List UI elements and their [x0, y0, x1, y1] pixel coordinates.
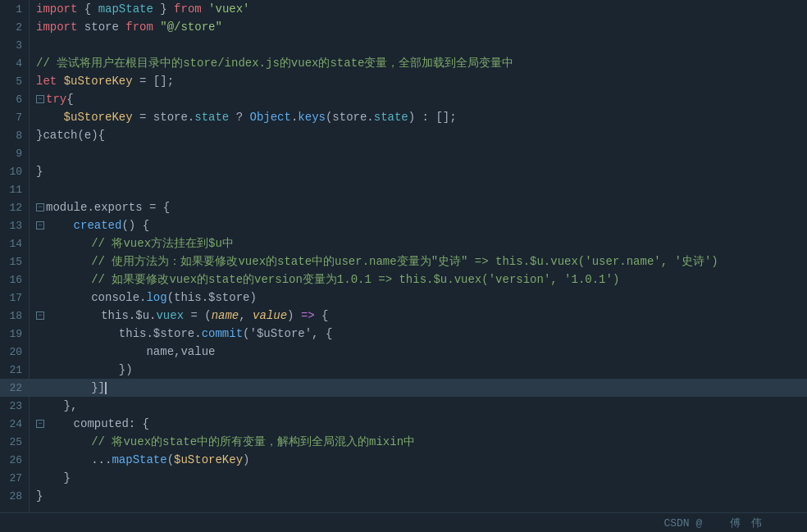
fold-indicator[interactable]: − — [36, 311, 44, 320]
token-plain — [36, 271, 91, 289]
fold-indicator[interactable]: − — [36, 203, 44, 211]
code-line: ...mapState($uStoreKey) — [30, 451, 807, 469]
code-content[interactable]: import { mapState } from 'vuex'import st… — [30, 0, 807, 512]
token-plain: () { — [121, 216, 149, 234]
token-fn: commit — [202, 325, 243, 343]
token-str: 'vuex' — [208, 0, 249, 18]
code-line: import store from "@/store" — [30, 18, 807, 36]
code-line: − this.$u.vuex = (name, value) => { — [30, 307, 807, 325]
token-plain — [36, 252, 91, 271]
token-plain — [119, 18, 125, 36]
token-plain: { — [66, 90, 73, 108]
footer-text: CSDN @ 傅 伟 — [663, 516, 794, 530]
token-str: "@/store" — [160, 18, 222, 36]
line-number: 27 — [0, 469, 29, 487]
token-plain: }, — [36, 397, 77, 415]
code-line: }) — [30, 361, 807, 379]
code-line: −try{ — [30, 90, 807, 108]
token-plain: }] — [36, 379, 105, 397]
token-plain: computed: { — [74, 415, 149, 433]
token-plain: = — [133, 108, 153, 126]
code-line: // 使用方法为：如果要修改vuex的state中的user.name变量为"史… — [30, 252, 807, 271]
token-plain: store. — [153, 108, 194, 126]
line-number: 1 — [0, 0, 29, 18]
token-plain: store. — [332, 108, 373, 126]
token-fn: created — [74, 216, 122, 234]
line-numbers: 1234567891011121314151617181920212223242… — [0, 0, 30, 512]
fold-indicator[interactable]: − — [36, 420, 44, 428]
code-line: // 尝试将用户在根目录中的store/index.js的vuex的state变… — [30, 54, 807, 72]
code-line — [30, 180, 807, 198]
token-plain: ( — [326, 108, 332, 126]
token-plain: . — [291, 108, 298, 126]
code-line: }catch(e){ — [30, 126, 807, 144]
line-number: 7 — [0, 108, 29, 126]
token-plain: ('$uStore', { — [243, 325, 332, 343]
line-number: 8 — [0, 126, 29, 144]
token-plain — [36, 234, 91, 252]
line-number: 22 — [0, 379, 29, 397]
line-number: 18 — [0, 307, 29, 325]
line-number: 24 — [0, 415, 29, 433]
line-number: 2 — [0, 18, 29, 36]
token-plain: { — [315, 307, 329, 325]
token-plain: ( — [167, 451, 174, 469]
token-plain — [57, 72, 63, 90]
token-plain — [36, 325, 119, 343]
token-plain: module.exports = { — [46, 198, 170, 216]
code-line: // 如果要修改vuex的state的version变量为1.0.1 => th… — [30, 271, 807, 289]
line-number: 13 — [0, 216, 29, 234]
token-cm-cn: // 如果要修改vuex的state的version变量为1.0.1 => th… — [91, 271, 619, 289]
token-plain: this.$store. — [119, 325, 202, 343]
line-number: 28 — [0, 487, 29, 505]
token-plain: console. — [91, 289, 146, 307]
code-line: // 将vuex方法挂在到$u中 — [30, 234, 807, 252]
token-plain — [46, 307, 101, 325]
token-plain — [36, 433, 91, 451]
code-line: −module.exports = { — [30, 198, 807, 216]
fold-indicator[interactable]: − — [36, 95, 44, 103]
token-fn: Object — [250, 108, 291, 126]
line-number: 15 — [0, 252, 29, 271]
token-plain: } — [36, 487, 43, 505]
token-plain — [36, 108, 64, 126]
cursor — [105, 382, 107, 394]
code-line: } — [30, 487, 807, 505]
line-number: 20 — [0, 343, 29, 361]
code-line: − computed: { — [30, 415, 807, 433]
token-prop: mapState — [98, 0, 153, 18]
token-kw: let — [36, 72, 57, 90]
code-line: import { mapState } from 'vuex' — [30, 0, 807, 18]
token-plain: ) : []; — [408, 108, 457, 126]
token-plain: = ( — [184, 307, 212, 325]
code-line: // 将vuex的state中的所有变量，解构到全局混入的mixin中 — [30, 433, 807, 451]
token-plain: } — [36, 469, 71, 487]
token-plain: } — [153, 0, 174, 18]
code-line: $uStoreKey = store.state ? Object.keys(s… — [30, 108, 807, 126]
token-var: $uStoreKey — [64, 108, 133, 126]
code-line: }] — [30, 379, 807, 397]
code-line: console.log(this.$store) — [30, 289, 807, 307]
token-fn: mapState — [112, 451, 166, 469]
token-param: name — [212, 307, 239, 325]
line-number: 21 — [0, 361, 29, 379]
token-cm-cn: // 将vuex方法挂在到$u中 — [91, 234, 234, 252]
token-var: $uStoreKey — [174, 451, 243, 469]
token-plain — [36, 361, 119, 379]
fold-indicator[interactable]: − — [36, 221, 44, 230]
token-kw: from — [125, 18, 153, 36]
token-plain: } — [36, 162, 43, 180]
token-fn: log — [146, 289, 166, 307]
line-number: 3 — [0, 36, 29, 54]
line-number: 16 — [0, 271, 29, 289]
token-arrow: => — [301, 307, 315, 325]
line-number: 12 — [0, 198, 29, 216]
token-plain — [46, 415, 74, 433]
code-line: let $uStoreKey = []; — [30, 72, 807, 90]
line-number: 23 — [0, 397, 29, 415]
token-kw: try — [46, 90, 66, 108]
token-param: value — [253, 307, 287, 325]
token-plain: ) — [243, 451, 249, 469]
token-cm-cn: // 将vuex的state中的所有变量，解构到全局混入的mixin中 — [91, 433, 415, 451]
line-number: 10 — [0, 162, 29, 180]
